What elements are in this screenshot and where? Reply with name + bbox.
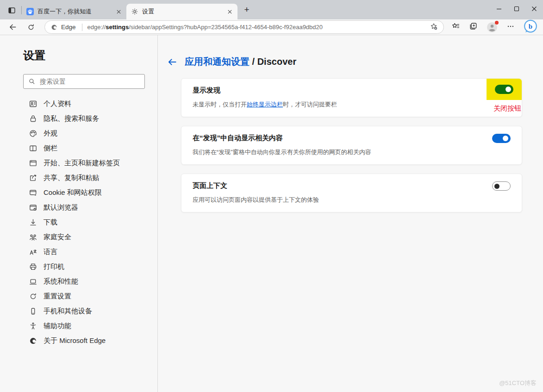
sidebar-item-profile[interactable]: 个人资料	[0, 96, 157, 111]
minimize-icon[interactable]	[490, 0, 508, 18]
settings-menu-icon[interactable]	[506, 22, 515, 32]
sidebar-nav: 个人资料 隐私、搜索和服务 外观 侧栏 开始、主页和新建标签页 共享、复制和粘贴	[0, 96, 157, 348]
settings-cards: 显示发现 未显示时，仅当打开始终显示边栏时，才可访问提要栏 关闭按钮 在“发现”…	[181, 78, 522, 212]
sidebar-item-downloads[interactable]: 下载	[0, 215, 157, 230]
sidebar-item-privacy[interactable]: 隐私、搜索和服务	[0, 111, 157, 126]
sidebar-item-appearance[interactable]: 外观	[0, 126, 157, 141]
family-icon	[29, 233, 37, 242]
toolbar-right-icons: b	[448, 19, 543, 35]
sidebar-always-show-link[interactable]: 始终显示边栏	[247, 101, 283, 108]
setting-title: 显示发现	[193, 86, 511, 95]
breadcrumb-current: / Discover	[250, 56, 296, 67]
divider	[82, 24, 82, 31]
svg-text:b: b	[529, 23, 532, 30]
tab-settings[interactable]: 设置	[126, 4, 237, 19]
sidebar-item-printers[interactable]: 打印机	[0, 259, 157, 274]
cookie-permissions-icon	[29, 188, 37, 197]
notification-dot	[495, 21, 499, 25]
annotation-label: 关闭按钮	[493, 104, 521, 113]
page-title: 应用和通知设置 / Discover	[185, 56, 296, 68]
reset-icon	[29, 292, 37, 301]
sidebar-item-family[interactable]: 家庭安全	[0, 230, 157, 244]
profile-icon	[29, 100, 37, 108]
close-icon[interactable]	[525, 0, 543, 18]
show-discover-toggle[interactable]	[495, 85, 513, 94]
sidebar-item-sidebar[interactable]: 侧栏	[0, 141, 157, 156]
search-input[interactable]	[40, 78, 140, 85]
phone-icon	[29, 307, 37, 316]
annotation-highlight-box	[487, 79, 522, 100]
tab-actions-menu-icon[interactable]	[4, 3, 19, 17]
settings-content: 应用和通知设置 / Discover 显示发现 未显示时，仅当打开始终显示边栏时…	[158, 35, 543, 392]
back-arrow-icon[interactable]	[167, 56, 178, 68]
search-icon	[28, 78, 36, 85]
tab-title: 设置	[142, 7, 225, 16]
edge-logo-gray-icon	[50, 24, 58, 31]
window-controls	[490, 0, 543, 18]
sidebar-item-cookies[interactable]: Cookie 和网站权限	[0, 185, 157, 200]
sidebar-layout-icon	[29, 144, 37, 153]
sidebar-item-phone-devices[interactable]: 手机和其他设备	[0, 304, 157, 318]
edge-label: Edge	[61, 24, 76, 31]
page-context-toggle[interactable]	[492, 181, 511, 191]
laptop-icon	[29, 277, 37, 286]
reload-icon[interactable]	[25, 21, 37, 33]
sidebar-item-share-copy[interactable]: 共享、复制和粘贴	[0, 170, 157, 185]
tab-strip: 百度一下，你就知道 设置 +	[0, 0, 543, 19]
breadcrumb-link[interactable]: 应用和通知设置	[185, 56, 250, 67]
sidebar-title: 设置	[23, 48, 157, 63]
collections-icon[interactable]	[469, 22, 478, 32]
sidebar-item-reset[interactable]: 重置设置	[0, 289, 157, 304]
sidebar-item-about-edge[interactable]: 关于 Microsoft Edge	[0, 333, 157, 348]
profile-avatar[interactable]	[487, 22, 498, 33]
favorites-icon[interactable]	[451, 22, 460, 32]
sidebar-item-accessibility[interactable]: 辅助功能	[0, 318, 157, 333]
settings-page: 设置 个人资料 隐私、搜索和服务 外观 侧栏	[0, 35, 543, 392]
url-text: edge://settings/sidebar/appSettings?hubA…	[87, 24, 323, 31]
palette-icon	[29, 129, 37, 138]
setting-description: 我们将在“发现”窗格中自动向你显示有关你所使用的网页的相关内容	[193, 148, 511, 156]
setting-title: 页面上下文	[193, 181, 511, 190]
settings-sidebar: 设置 个人资料 隐私、搜索和服务 外观 侧栏	[0, 35, 158, 392]
tab-close-icon[interactable]	[225, 7, 234, 16]
default-browser-icon	[29, 203, 37, 212]
tab-close-icon[interactable]	[114, 7, 123, 16]
browser-toolbar: Edge edge://settings/sidebar/appSettings…	[0, 19, 543, 35]
download-icon	[29, 218, 37, 227]
maximize-icon[interactable]	[508, 0, 525, 18]
gear-icon	[131, 8, 138, 15]
card-auto-show-related: 在“发现”中自动显示相关内容 我们将在“发现”窗格中自动向你显示有关你所使用的网…	[181, 126, 522, 165]
sidebar-item-default-browser[interactable]: 默认浏览器	[0, 200, 157, 215]
add-favorite-icon[interactable]	[430, 22, 438, 32]
tab-title: 百度一下，你就知道	[37, 7, 114, 16]
tab-baidu[interactable]: 百度一下，你就知道	[22, 4, 126, 19]
page-header: 应用和通知设置 / Discover	[167, 56, 543, 68]
new-tab-button[interactable]: +	[240, 3, 253, 16]
sidebar-item-languages[interactable]: 语言	[0, 244, 157, 259]
printer-icon	[29, 262, 37, 271]
language-icon	[29, 248, 37, 256]
watermark: @51CTO博客	[499, 379, 537, 387]
card-page-context: 页面上下文 应用可以访问页面内容以提供基于上下文的体验	[181, 174, 522, 212]
accessibility-icon	[29, 322, 37, 330]
auto-show-related-toggle[interactable]	[492, 134, 511, 143]
search-settings-box[interactable]	[23, 74, 145, 89]
setting-title: 在“发现”中自动显示相关内容	[193, 134, 511, 143]
home-tabs-icon	[29, 159, 37, 168]
setting-description: 未显示时，仅当打开始终显示边栏时，才可访问提要栏	[193, 100, 511, 109]
edge-logo-icon	[29, 336, 37, 345]
card-show-discover: 显示发现 未显示时，仅当打开始终显示边栏时，才可访问提要栏 关闭按钮	[181, 78, 522, 117]
share-icon	[29, 174, 37, 182]
bing-chat-icon[interactable]: b	[524, 19, 537, 35]
back-icon[interactable]	[6, 21, 19, 33]
baidu-icon	[26, 8, 34, 15]
sidebar-item-system[interactable]: 系统和性能	[0, 274, 157, 289]
lock-icon	[29, 114, 37, 123]
sidebar-item-start-home[interactable]: 开始、主页和新建标签页	[0, 156, 157, 170]
setting-description: 应用可以访问页面内容以提供基于上下文的体验	[193, 196, 511, 204]
address-bar[interactable]: Edge edge://settings/sidebar/appSettings…	[44, 20, 444, 34]
